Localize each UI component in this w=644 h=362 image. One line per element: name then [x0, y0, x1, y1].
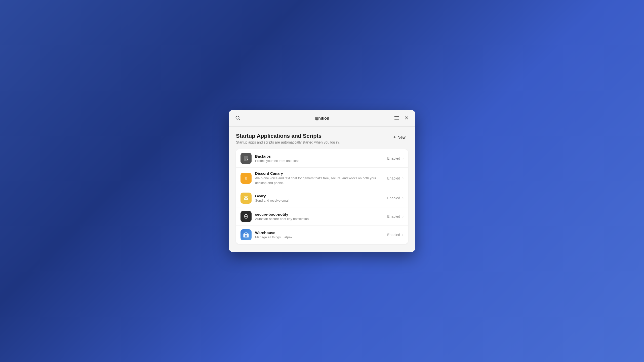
- close-button[interactable]: [403, 114, 410, 122]
- app-name: Geary: [255, 194, 387, 198]
- app-icon-secure-boot: [240, 211, 252, 222]
- warehouse-icon: [243, 231, 250, 238]
- secure-boot-icon: [243, 213, 249, 220]
- app-info-warehouse: Warehouse Manage all things Flatpak: [255, 231, 387, 239]
- chevron-right-icon: ›: [402, 196, 404, 200]
- status-badge: Enabled: [387, 156, 400, 160]
- chevron-right-icon: ›: [402, 233, 404, 237]
- titlebar-left: [234, 114, 242, 122]
- app-list: Backups Protect yourself from data loss …: [236, 149, 408, 244]
- hamburger-icon: [394, 115, 399, 121]
- app-description: Protect yourself from data loss: [255, 159, 387, 163]
- svg-rect-9: [245, 158, 248, 158]
- app-name: secure-boot-notify: [255, 212, 387, 216]
- content-area: Startup Applications and Scripts Startup…: [229, 127, 415, 252]
- new-button-label: New: [397, 135, 406, 140]
- page-header-text: Startup Applications and Scripts Startup…: [236, 133, 340, 144]
- close-icon: [404, 115, 409, 120]
- status-badge: Enabled: [387, 214, 400, 218]
- svg-rect-10: [245, 159, 247, 159]
- discord-icon: [243, 175, 249, 182]
- app-description: Autostart secure boot key notification: [255, 217, 387, 221]
- main-window: Ignition Startup Applications and Script: [229, 110, 415, 252]
- list-item[interactable]: Geary Send and receive email Enabled ›: [236, 189, 408, 207]
- geary-icon: [243, 195, 249, 201]
- svg-rect-16: [244, 196, 248, 200]
- app-description: Manage all things Flatpak: [255, 235, 387, 239]
- svg-point-12: [243, 175, 249, 181]
- menu-button[interactable]: [393, 114, 400, 122]
- svg-point-14: [247, 178, 247, 178]
- list-item[interactable]: Backups Protect yourself from data loss …: [236, 149, 408, 168]
- app-info-discord: Discord Canary All-in-one voice and text…: [255, 171, 387, 185]
- app-name: Warehouse: [255, 231, 387, 235]
- backups-icon: [243, 155, 249, 162]
- app-info-geary: Geary Send and receive email: [255, 194, 387, 202]
- app-info-secure-boot: secure-boot-notify Autostart secure boot…: [255, 212, 387, 221]
- status-badge: Enabled: [387, 196, 400, 200]
- status-badge: Enabled: [387, 233, 400, 237]
- chevron-right-icon: ›: [402, 176, 404, 180]
- svg-line-1: [239, 119, 240, 120]
- plus-icon: +: [393, 135, 396, 140]
- status-badge: Enabled: [387, 176, 400, 180]
- svg-rect-20: [246, 235, 247, 237]
- window-title: Ignition: [315, 116, 329, 121]
- chevron-right-icon: ›: [402, 214, 404, 219]
- search-button[interactable]: [234, 114, 242, 122]
- page-subtitle: Startup apps and scripts are automatical…: [236, 140, 340, 144]
- svg-rect-19: [245, 235, 246, 237]
- list-item[interactable]: secure-boot-notify Autostart secure boot…: [236, 207, 408, 226]
- svg-point-13: [245, 178, 246, 178]
- app-name: Discord Canary: [255, 171, 387, 175]
- search-icon: [235, 115, 240, 121]
- list-item[interactable]: Warehouse Manage all things Flatpak Enab…: [236, 226, 408, 244]
- app-description: Send and receive email: [255, 199, 387, 202]
- app-icon-warehouse: [240, 229, 252, 240]
- new-button[interactable]: + New: [391, 133, 408, 142]
- page-header: Startup Applications and Scripts Startup…: [236, 133, 408, 144]
- app-icon-backups: [240, 153, 252, 164]
- app-description: All-in-one voice and text chat for gamer…: [255, 176, 387, 185]
- titlebar: Ignition: [229, 110, 415, 127]
- svg-rect-8: [245, 157, 248, 157]
- app-icon-geary: [240, 193, 252, 204]
- app-name: Backups: [255, 154, 387, 158]
- svg-rect-18: [244, 234, 249, 237]
- list-item[interactable]: Discord Canary All-in-one voice and text…: [236, 168, 408, 189]
- chevron-right-icon: ›: [402, 156, 404, 161]
- app-icon-discord: [240, 173, 252, 184]
- page-title: Startup Applications and Scripts: [236, 133, 340, 139]
- app-info-backups: Backups Protect yourself from data loss: [255, 154, 387, 163]
- titlebar-right: [393, 114, 410, 122]
